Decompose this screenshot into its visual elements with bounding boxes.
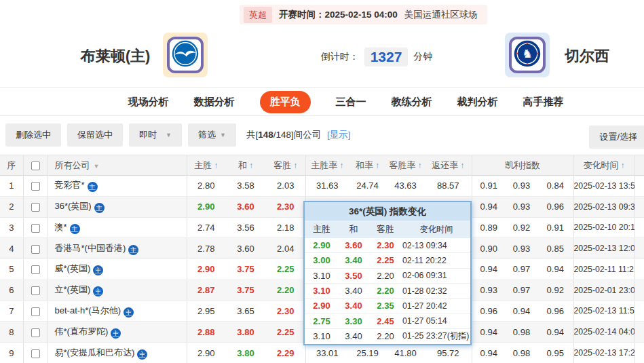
row-checkbox[interactable] [31,245,40,254]
away-odds: 2.29 [266,343,305,363]
tab-6[interactable]: 裁判分析 [457,96,498,109]
popup-away-odds: 2.45 [368,316,402,326]
home-team-name: 布莱顿(主) [68,46,163,66]
change-time: 2025-02-14 04:01 [573,322,634,343]
popup-change-time: 02-06 09:31 [402,271,470,280]
company-cell[interactable]: 立*(英国)主 [48,280,187,301]
popup-change-time: 02-11 20:22 [402,256,470,265]
kelly-home: 0.96 [472,301,506,322]
popup-header-row: 主胜 和 客胜 变化时间 [305,221,470,238]
venue-name: 美国运通社区球场 [404,9,478,21]
change-time: 2025-02-13 17:27 [573,343,634,363]
row-checkbox[interactable] [31,328,40,337]
home-odds: 2.95 [187,301,225,322]
col-away-odds[interactable]: 客胜↑ [266,155,305,176]
tab-2[interactable]: 数据分析 [194,96,235,109]
popup-home-odds: 2.90 [305,240,339,250]
draw-odds: 3.56 [225,217,266,238]
checkbox-cell [23,176,48,197]
col-draw-odds[interactable]: 和↑ [225,155,266,176]
popup-home-odds: 3.10 [305,331,339,341]
popup-draw-odds: 3.40 [339,255,368,265]
row-checkbox[interactable] [31,224,40,233]
time-mode-dropdown[interactable]: 即时 ▼ [129,123,182,147]
sort-asc-icon: ↑ [214,161,218,170]
tab-4[interactable]: 三合一 [336,96,366,109]
kelly-home: 0.94 [472,322,506,343]
sort-asc-icon: ↑ [249,161,253,170]
scrollbar-gutter [634,322,644,343]
settings-select-button[interactable]: 设置/选择 [589,126,644,149]
row-checkbox[interactable] [31,349,40,358]
home-badge-icon: 主 [93,265,103,275]
row-checkbox[interactable] [31,203,40,212]
col-away-rate[interactable]: 客胜率↑ [386,155,425,176]
home-odds: 2.78 [187,238,225,259]
row-checkbox[interactable] [31,182,40,191]
company-cell[interactable]: 香港马*(中国香港)主 [48,238,187,259]
popup-history-row: 3.103.402.2001-28 02:32 [305,284,470,299]
company-cell[interactable]: 伟*(直布罗陀)主 [48,322,187,343]
row-index: 5 [0,259,23,280]
kelly-away: 0.91 [537,217,573,238]
company-cell[interactable]: 36*(英国)主 [48,196,187,217]
tabs-divider [0,115,644,116]
home-badge-icon: 主 [70,224,80,234]
checkbox-cell [23,301,48,322]
kelly-away: 0.96 [537,301,573,322]
keep-selected-button[interactable]: 保留选中 [67,123,123,147]
kelly-away: 0.94 [537,322,573,343]
tab-1[interactable]: 现场分析 [128,96,169,109]
col-return-rate[interactable]: 返还率↑ [425,155,472,176]
table-row: 1竞彩官*主2.803.582.0331.6324.7443.6388.570.… [0,176,644,197]
checkbox-cell [23,238,48,259]
col-home-rate[interactable]: 主胜率↑ [305,155,349,176]
popup-history-row: 3.103.402.2001-25 23:27(初指) [305,329,470,344]
home-rate: 33.01 [305,343,349,363]
row-checkbox[interactable] [31,286,40,295]
show-link[interactable]: [显示] [327,130,351,140]
row-checkbox[interactable] [31,307,40,316]
col-home-odds[interactable]: 主胜↑ [187,155,225,176]
company-name: 澳* [55,222,67,232]
change-time: 2025-02-01 23:04 [573,280,634,301]
table-row: 9易*(安提瓜和巴布达)主2.903.802.2933.0125.1941.80… [0,343,644,363]
company-cell[interactable]: bet-at-h*(马尔他)主 [48,301,187,322]
sort-asc-icon: ↑ [621,161,625,170]
popup-home-odds: 3.10 [305,286,339,296]
tab-7[interactable]: 高手推荐 [523,96,564,109]
scrollbar-gutter [634,301,644,322]
kelly-away: 0.94 [537,259,573,280]
company-cell[interactable]: 竞彩官*主 [48,176,187,197]
tab-5[interactable]: 教练分析 [392,96,432,109]
popup-away-odds: 2.20 [368,331,402,341]
company-cell[interactable]: 威*(英国)主 [48,259,187,280]
col-draw-rate[interactable]: 和率↑ [349,155,386,176]
home-odds: 2.88 [187,322,225,343]
col-company[interactable]: 所有公司▼ [48,155,187,176]
countdown-unit: 分钟 [413,51,432,63]
company-cell[interactable]: 澳*主 [48,217,187,238]
kelly-draw: 0.92 [506,217,537,238]
home-rate: 31.63 [305,176,349,197]
delete-selected-button[interactable]: 删除选中 [5,123,61,147]
home-badge-icon: 主 [94,203,105,213]
row-index: 2 [0,196,23,217]
draw-odds: 3.80 [225,322,266,343]
home-odds: 2.80 [187,176,225,197]
company-cell[interactable]: 易*(安提瓜和巴布达)主 [48,343,187,363]
select-all-checkbox[interactable] [31,161,40,170]
col-change-time[interactable]: 变化时间↑ [573,155,634,176]
checkbox-cell [23,196,48,217]
page: 英超 开赛时间：2025-02-15 04:00 美国运通社区球场 布莱顿(主)… [0,0,644,363]
home-badge-icon: 主 [124,307,134,318]
kelly-home: 0.89 [472,217,506,238]
kelly-draw: 0.93 [506,196,537,217]
home-odds: 2.74 [187,217,225,238]
row-checkbox[interactable] [31,265,40,274]
filter-dropdown[interactable]: 筛选 ▼ [188,123,236,147]
kelly-draw: 0.98 [506,343,537,363]
popup-home-odds: 2.75 [305,316,339,326]
kelly-draw: 0.97 [506,280,537,301]
tab-3[interactable]: 胜平负 [260,91,311,113]
